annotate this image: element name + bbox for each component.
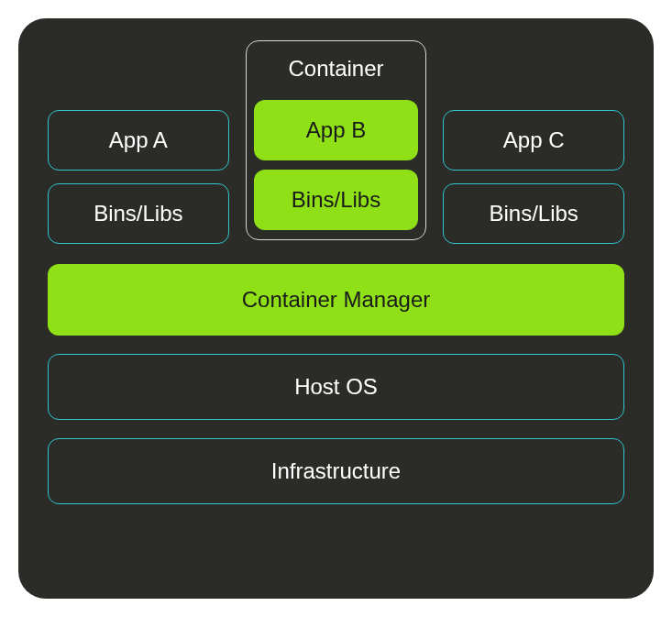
container-manager-label: Container Manager (242, 287, 430, 313)
app-c-label: App C (503, 127, 565, 153)
app-b-label: App B (306, 117, 366, 143)
bins-libs-b-label: Bins/Libs (292, 187, 380, 213)
bins-libs-a-box: Bins/Libs (48, 183, 229, 244)
infrastructure-label: Infrastructure (271, 458, 401, 484)
container-outline: Container App B Bins/Libs (246, 40, 427, 240)
app-c-box: App C (443, 110, 624, 171)
column-app-c: App C Bins/Libs (443, 44, 624, 244)
bins-libs-c-label: Bins/Libs (489, 201, 578, 226)
container-title: Container (254, 41, 419, 91)
column-app-a: App A Bins/Libs (48, 44, 229, 244)
app-a-box: App A (48, 110, 229, 171)
apps-row: App A Bins/Libs Container App B Bins/Lib… (48, 44, 624, 244)
host-os-box: Host OS (48, 354, 624, 420)
bins-libs-c-box: Bins/Libs (443, 183, 624, 244)
app-b-box: App B (254, 100, 419, 160)
container-manager-box: Container Manager (48, 264, 624, 336)
spacer (443, 44, 624, 97)
infrastructure-box: Infrastructure (48, 438, 624, 504)
bins-libs-b-box: Bins/Libs (254, 170, 419, 230)
diagram-container: App A Bins/Libs Container App B Bins/Lib… (18, 18, 654, 599)
host-os-label: Host OS (294, 374, 378, 400)
bins-libs-a-label: Bins/Libs (94, 201, 182, 226)
column-app-b: Container App B Bins/Libs (246, 44, 427, 244)
app-a-label: App A (109, 127, 168, 153)
spacer (48, 44, 229, 97)
